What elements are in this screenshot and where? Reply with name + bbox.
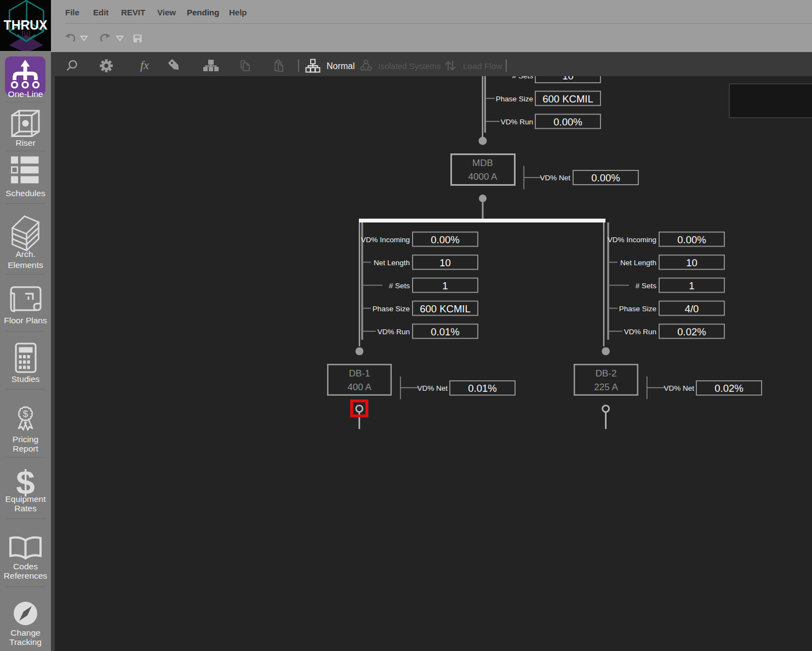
- svg-text:Phase Size: Phase Size: [619, 305, 656, 313]
- svg-text:# Sets: # Sets: [636, 282, 657, 290]
- svg-text:One-Line: One-Line: [8, 89, 43, 99]
- svg-text:THRUX: THRUX: [4, 18, 48, 32]
- svg-text:10: 10: [686, 257, 697, 269]
- svg-text:0.00%: 0.00%: [431, 234, 459, 245]
- svg-text:MDB: MDB: [472, 158, 493, 168]
- svg-text:VD% Net: VD% Net: [664, 384, 694, 392]
- svg-text:400 A: 400 A: [347, 382, 371, 392]
- svg-text:0.00%: 0.00%: [677, 234, 706, 245]
- svg-text:1: 1: [442, 280, 448, 292]
- svg-text:Net Length: Net Length: [374, 259, 410, 267]
- svg-text:0.02%: 0.02%: [677, 326, 706, 338]
- svg-text:DB-1: DB-1: [349, 368, 370, 379]
- svg-text:4000 A: 4000 A: [468, 172, 498, 182]
- svg-text:600 KCMIL: 600 KCMIL: [542, 93, 593, 105]
- svg-text:Load Flow: Load Flow: [463, 61, 502, 71]
- svg-text:600 KCMIL: 600 KCMIL: [420, 303, 471, 315]
- svg-text:10: 10: [439, 257, 451, 269]
- svg-text:VD% Incoming: VD% Incoming: [361, 236, 410, 244]
- svg-text:VD% Incoming: VD% Incoming: [608, 236, 656, 244]
- svg-text:Arch.: Arch.: [15, 249, 35, 259]
- svg-text:References: References: [4, 571, 48, 580]
- svg-text:Net Length: Net Length: [620, 259, 656, 267]
- svg-text:1: 1: [689, 280, 694, 292]
- svg-text:Studies: Studies: [12, 374, 40, 384]
- svg-text:Phase Size: Phase Size: [496, 95, 533, 103]
- svg-text:Tracking: Tracking: [9, 637, 42, 647]
- svg-text:Codes: Codes: [13, 562, 38, 571]
- svg-text:0.00%: 0.00%: [591, 172, 620, 184]
- svg-text:Isolated Systems: Isolated Systems: [378, 61, 441, 71]
- svg-text:VD% Run: VD% Run: [378, 328, 410, 336]
- svg-text:Normal: Normal: [327, 61, 355, 71]
- svg-text:VD% Run: VD% Run: [501, 118, 533, 126]
- svg-text:DB-2: DB-2: [596, 368, 617, 379]
- svg-text:Riser: Riser: [15, 138, 35, 147]
- svg-text:Change: Change: [10, 628, 40, 637]
- svg-text:# Sets: # Sets: [389, 282, 410, 290]
- svg-text:10: 10: [562, 76, 574, 82]
- svg-text:# Sets: # Sets: [512, 76, 534, 80]
- svg-text:0.00%: 0.00%: [553, 116, 582, 128]
- svg-text:VD% Net: VD% Net: [417, 384, 448, 392]
- svg-text:225 A: 225 A: [594, 382, 618, 392]
- svg-text:Schedules: Schedules: [5, 189, 45, 198]
- svg-text:VD% Run: VD% Run: [624, 328, 656, 336]
- svg-text:fx: fx: [140, 58, 149, 72]
- svg-text:Pricing: Pricing: [13, 435, 38, 444]
- svg-text:Rates: Rates: [14, 504, 37, 513]
- svg-text:0.02%: 0.02%: [714, 382, 743, 394]
- svg-text:Floor Plans: Floor Plans: [4, 316, 47, 325]
- svg-text:4/0: 4/0: [685, 303, 699, 315]
- svg-text:Equipment: Equipment: [5, 494, 46, 504]
- svg-text:Report: Report: [13, 444, 38, 453]
- svg-text:$: $: [23, 409, 28, 419]
- svg-text:0.01%: 0.01%: [431, 326, 459, 338]
- svg-text:Phase Size: Phase Size: [373, 305, 410, 313]
- svg-text:0.01%: 0.01%: [468, 382, 496, 394]
- svg-text:Elements: Elements: [8, 260, 43, 270]
- svg-text:VD% Net: VD% Net: [540, 174, 570, 182]
